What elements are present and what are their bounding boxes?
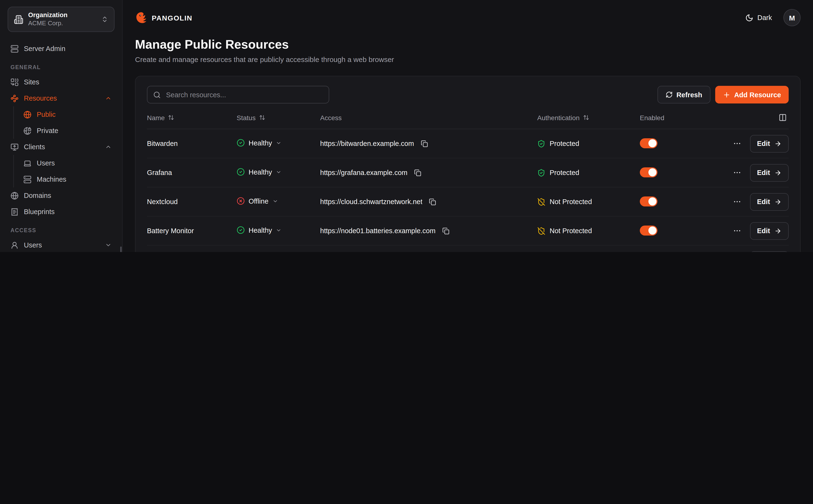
sidebar-item-users[interactable]: Users [8,237,114,252]
toggle-knob [648,197,657,205]
edit-button[interactable]: Edit [750,222,789,240]
resource-url[interactable]: https://bitwarden.example.com [320,140,414,147]
resource-url[interactable]: https://grafana.example.com [320,169,408,176]
refresh-label: Refresh [676,91,702,98]
monitor-up-icon [10,143,19,151]
actions-cell: Edit [695,222,789,240]
edit-button[interactable]: Edit [750,135,789,152]
table-row: Immich Healthy https://immich.example.co… [147,246,789,252]
org-selector[interactable]: Organization ACME Corp. [8,7,114,32]
sort-icon[interactable] [168,114,174,121]
column-settings-button[interactable] [777,112,789,123]
status-cell: Offline [237,197,320,206]
enabled-cell [640,196,695,207]
sidebar-item-clients[interactable]: Clients [8,139,114,155]
status-dropdown[interactable]: Healthy [237,139,281,147]
arrow-right-icon [774,198,782,205]
edit-button[interactable]: Edit [750,193,789,211]
column-header-actions [695,112,789,123]
sidebar-item-domains[interactable]: Domains [8,187,114,204]
brand[interactable]: PANGOLIN [135,11,192,24]
sidebar-item-server-admin[interactable]: Server Admin [8,41,114,57]
copy-url-button[interactable] [441,225,451,236]
row-menu-button[interactable] [731,225,743,237]
status-label: Offline [248,197,268,205]
page-head: Manage Public Resources Create and manag… [135,37,801,63]
status-icon [237,226,245,234]
resource-url[interactable]: https://cloud.schwartznetwork.net [320,198,423,206]
status-dropdown[interactable]: Healthy [237,226,281,234]
sidebar: Organization ACME Corp. Server Admin GEN… [0,0,123,252]
sidebar-item-client-users[interactable]: Users [21,155,114,171]
section-label-general: GENERAL [10,64,112,70]
status-cell: Healthy [237,168,320,177]
enabled-toggle[interactable] [640,167,658,177]
actions-cell: Edit [695,251,789,252]
column-header-authentication: Authentication [537,114,640,121]
sidebar-item-public[interactable]: Public [21,106,114,123]
plus-icon [723,91,730,98]
sidebar-item-resources[interactable]: Resources [8,90,114,106]
resource-name: Battery Monitor [147,227,237,235]
auth-label: Not Protected [550,227,592,235]
theme-toggle-button[interactable]: Dark [743,13,775,22]
globe-lock-icon [23,127,31,135]
resource-name: Bitwarden [147,140,237,147]
sidebar-item-sites[interactable]: Sites [8,74,114,90]
access-cell: https://cloud.schwartznetwork.net [320,196,537,207]
authentication-cell: Not Protected [537,198,640,206]
authentication-cell: Protected [537,169,640,177]
server-icon [10,45,19,53]
enabled-toggle[interactable] [640,138,658,148]
edit-button[interactable]: Edit [750,164,789,181]
edit-button[interactable]: Edit [750,251,789,252]
sidebar-nav: Server Admin GENERAL Sites Resources Pub… [8,41,114,252]
table-row: Grafana Healthy https://grafana.example.… [147,158,789,187]
chevron-down-icon [105,242,112,248]
table-row: Nextcloud Offline https://cloud.schwartz… [147,187,789,216]
status-label: Healthy [248,168,272,176]
row-menu-button[interactable] [731,166,743,179]
column-header-name: Name [147,114,237,121]
copy-url-button[interactable] [427,196,438,207]
combine-icon [10,78,19,86]
avatar-initial: M [789,14,795,22]
pangolin-logo-icon [135,11,147,24]
sidebar-item-blueprints[interactable]: Blueprints [8,204,114,220]
main-content: PANGOLIN Dark M Manage Public Resources … [123,0,813,252]
sort-icon[interactable] [583,114,589,121]
row-menu-button[interactable] [731,137,743,150]
status-label: Healthy [248,226,272,234]
chevron-down-icon [276,140,281,146]
chevron-down-icon [272,198,278,204]
sidebar-item-label: Blueprints [24,208,55,216]
column-label: Enabled [640,114,664,121]
copy-icon [442,227,450,234]
sort-icon[interactable] [259,114,265,121]
enabled-toggle[interactable] [640,225,658,235]
copy-url-button[interactable] [412,167,423,178]
row-menu-button[interactable] [731,195,743,208]
enabled-toggle[interactable] [640,196,658,206]
sidebar-item-label: Users [24,241,42,249]
theme-label: Dark [757,14,772,21]
avatar[interactable]: M [783,9,801,26]
copy-icon [429,198,436,205]
sidebar-item-private[interactable]: Private [21,123,114,139]
resource-url[interactable]: https://node01.batteries.example.com [320,227,436,235]
status-icon [237,168,245,176]
enabled-cell [640,225,695,236]
sidebar-item-machines[interactable]: Machines [21,171,114,187]
status-dropdown[interactable]: Offline [237,197,278,205]
refresh-button[interactable]: Refresh [657,86,710,103]
search-input[interactable] [165,90,323,99]
sidebar-scrollbar-thumb[interactable] [120,247,122,252]
page-subtitle: Create and manage resources that are pub… [135,55,801,63]
copy-url-button[interactable] [419,138,430,149]
add-resource-button[interactable]: Add Resource [715,86,789,103]
enabled-cell [640,167,695,178]
copy-icon [414,169,421,176]
status-dropdown[interactable]: Healthy [237,168,281,176]
brand-name: PANGOLIN [152,14,192,22]
chevron-down-icon [276,227,281,233]
